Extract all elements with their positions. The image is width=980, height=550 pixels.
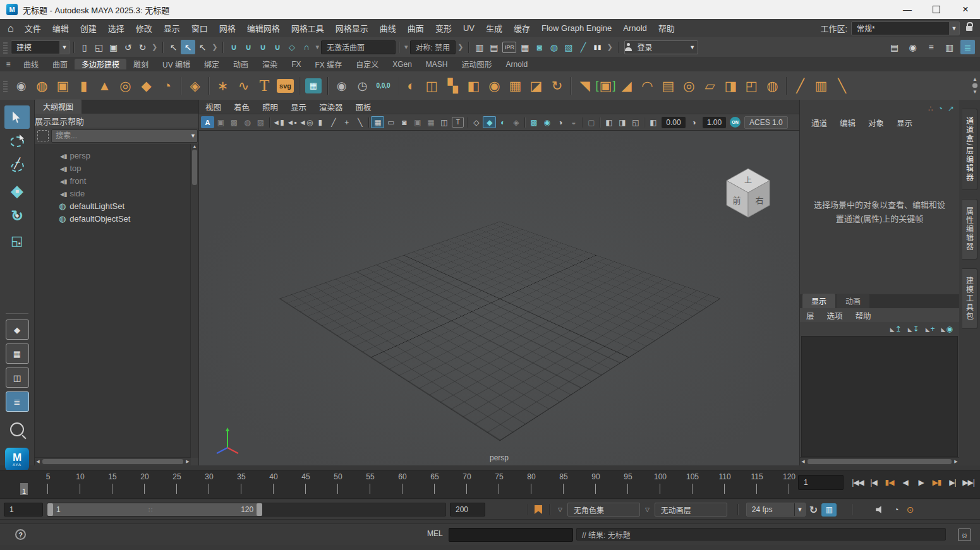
move-layer-up-icon[interactable]: ↥ bbox=[890, 325, 902, 333]
shelf-tab-xgen[interactable]: XGen bbox=[385, 60, 419, 69]
viewport-menu-item[interactable]: 面板 bbox=[349, 100, 378, 114]
group-expander-icon[interactable]: ❯ bbox=[212, 43, 217, 51]
mirror-icon[interactable]: ◧ bbox=[463, 74, 484, 98]
pan-zoom-icon[interactable]: + bbox=[340, 116, 353, 128]
menu-item[interactable]: 文件 bbox=[19, 19, 47, 37]
camera-attributes-icon[interactable]: ◄◎ bbox=[298, 116, 313, 128]
drag-handle[interactable] bbox=[3, 80, 8, 92]
command-input[interactable] bbox=[449, 528, 573, 542]
shelf-tab-uv-editing[interactable]: UV 编辑 bbox=[155, 59, 197, 69]
multi-cut-icon[interactable]: ▥ bbox=[811, 74, 832, 98]
range-grip[interactable]: ∷ bbox=[64, 506, 238, 513]
pause-viewport-icon[interactable]: ▮▮ bbox=[590, 40, 605, 54]
group-expander-icon[interactable]: ❯ bbox=[152, 43, 157, 51]
light-editor-icon[interactable]: ▧ bbox=[561, 40, 576, 54]
shelf-tab-animation[interactable]: 动画 bbox=[226, 59, 255, 69]
undo-icon[interactable]: ↺ bbox=[121, 40, 135, 54]
menu-item[interactable]: 网格工具 bbox=[286, 19, 330, 37]
fps-select[interactable]: 24 fps ▼ bbox=[746, 503, 806, 517]
super-shape-icon[interactable]: ∗ bbox=[212, 74, 233, 98]
viewport-canvas[interactable]: 上 前 右 persp bbox=[199, 131, 799, 465]
mute-audio-icon[interactable] bbox=[876, 506, 885, 514]
outliner-tab[interactable]: 大纲视图 bbox=[35, 99, 82, 114]
play-forwards-button[interactable]: ▶ bbox=[913, 475, 929, 490]
scale-tool-button[interactable] bbox=[4, 229, 30, 252]
field-chart-icon[interactable]: ▦ bbox=[424, 116, 437, 128]
shelf-scrollbar[interactable]: ▲ ▼ bbox=[972, 76, 977, 95]
chevron-down-icon[interactable]: ▾ bbox=[404, 43, 408, 51]
all-lights-icon[interactable]: ◉ bbox=[540, 116, 554, 128]
outliner-horizontal-scrollbar[interactable]: ◀ ▶ bbox=[35, 457, 191, 465]
shelf-tab-fx[interactable]: FX bbox=[284, 60, 308, 69]
menu-item[interactable]: 网格显示 bbox=[330, 19, 374, 37]
poly-cone-icon[interactable]: ▲ bbox=[94, 74, 115, 98]
bookmark-icon[interactable] bbox=[535, 505, 542, 514]
outliner-item-top[interactable]: top bbox=[35, 162, 191, 174]
shelf-tab-motion-graphics[interactable]: 运动图形 bbox=[455, 59, 499, 69]
snap-to-grid-icon[interactable]: ∪ bbox=[226, 40, 241, 54]
layer-editor-menu-item[interactable]: 层 bbox=[800, 308, 821, 322]
quad-draw-icon[interactable]: ╲ bbox=[832, 74, 852, 98]
construction-aim-icon[interactable]: ◉ bbox=[331, 74, 352, 98]
menu-item[interactable]: 修改 bbox=[130, 19, 158, 37]
draw-pencil-icon[interactable]: ╲ bbox=[353, 116, 366, 128]
layer-tab-anim[interactable]: 动画 bbox=[837, 294, 869, 308]
playback-speed-icon[interactable]: ◔ bbox=[893, 505, 898, 515]
make-live-icon[interactable]: ∩ bbox=[299, 40, 313, 54]
step-forward-frame-button[interactable]: ▶| bbox=[945, 475, 960, 490]
menu-item[interactable]: 窗口 bbox=[186, 19, 214, 37]
search-icon[interactable] bbox=[10, 422, 24, 436]
outliner-item-defaultlightset[interactable]: defaultLightSet bbox=[35, 200, 191, 212]
create-layer-from-selected-icon[interactable]: ◉ bbox=[941, 325, 953, 333]
menu-item[interactable]: 显示 bbox=[158, 19, 186, 37]
move-tool-button[interactable] bbox=[4, 179, 30, 203]
paint-effects-icon[interactable]: ╱ bbox=[576, 40, 590, 54]
animation-end-field[interactable]: 200 bbox=[450, 503, 485, 517]
scroll-thumb[interactable] bbox=[192, 150, 197, 185]
render-view-icon[interactable]: ▥ bbox=[472, 40, 487, 54]
separate-icon[interactable]: ▚ bbox=[442, 74, 463, 98]
isolate-select-icon[interactable]: ▢ bbox=[584, 116, 598, 128]
film-gate-icon[interactable]: ▭ bbox=[384, 116, 397, 128]
viewport-menu-item[interactable]: 着色 bbox=[227, 100, 256, 114]
shade-toggle-icon[interactable]: ▩ bbox=[227, 116, 241, 128]
type-text-icon[interactable]: T bbox=[254, 74, 275, 98]
shelf-menu-icon[interactable]: ≡ bbox=[0, 57, 16, 71]
minimize-button[interactable]: — bbox=[893, 0, 922, 19]
chevron-down-icon[interactable]: ▼ bbox=[190, 133, 196, 139]
tab-channel-box-layer-editor[interactable]: 通道盒/层编辑器 bbox=[962, 109, 977, 190]
menu-item[interactable]: 曲面 bbox=[402, 19, 430, 37]
chevron-down-icon[interactable]: ▽ bbox=[645, 506, 650, 513]
range-start-handle[interactable] bbox=[47, 503, 53, 516]
bevel-selected-icon[interactable]: ▣ bbox=[595, 74, 616, 98]
rotate-tool-button[interactable] bbox=[4, 204, 30, 227]
uv-editor-toggle-icon[interactable]: ▥ bbox=[942, 40, 957, 54]
filter-icon[interactable] bbox=[37, 130, 49, 141]
wireframe-on-shaded-icon[interactable]: ◈ bbox=[509, 116, 523, 128]
lock-camera-icon[interactable]: ◄▪ bbox=[285, 116, 298, 128]
layer-editor-horizontal-scrollbar[interactable]: ◀ ▶ bbox=[800, 457, 959, 465]
render-current-frame-icon[interactable]: ▤ bbox=[487, 40, 501, 54]
layout-single-pane-button[interactable]: ◆ bbox=[6, 320, 29, 340]
default-material-icon[interactable]: ◐ bbox=[496, 116, 509, 128]
layer-editor-menu-item[interactable]: 帮助 bbox=[849, 308, 878, 322]
create-empty-layer-icon[interactable]: + bbox=[926, 325, 935, 333]
menu-item[interactable]: 生成 bbox=[480, 19, 508, 37]
menu-item[interactable]: 曲线 bbox=[374, 19, 402, 37]
workspace-lock-icon[interactable] bbox=[966, 26, 972, 31]
scroll-up-icon[interactable]: ▲ bbox=[972, 76, 977, 82]
poly-plane-icon[interactable]: ◆ bbox=[136, 74, 157, 98]
layout-outliner-persp-button[interactable]: ≣ bbox=[6, 392, 29, 412]
redo-icon[interactable]: ↻ bbox=[135, 40, 150, 54]
frame-toggle-icon[interactable]: ▣ bbox=[214, 116, 227, 128]
layer-editor-menu-item[interactable]: 选项 bbox=[821, 308, 849, 322]
group-expander-icon[interactable]: ❯ bbox=[607, 43, 612, 51]
menu-item[interactable]: Flow Graph Engine bbox=[536, 19, 617, 37]
range-slider-track[interactable]: 1 ∷ 120 bbox=[47, 503, 446, 517]
menu-item[interactable]: 网格 bbox=[214, 19, 241, 37]
wireframe-icon[interactable]: ◇ bbox=[469, 116, 483, 128]
shelf-tab-mash[interactable]: MASH bbox=[419, 60, 455, 69]
menu-item[interactable]: 缓存 bbox=[508, 19, 536, 37]
menu-item[interactable]: 变形 bbox=[430, 19, 457, 37]
character-set-select[interactable]: 无角色集 bbox=[567, 503, 640, 517]
